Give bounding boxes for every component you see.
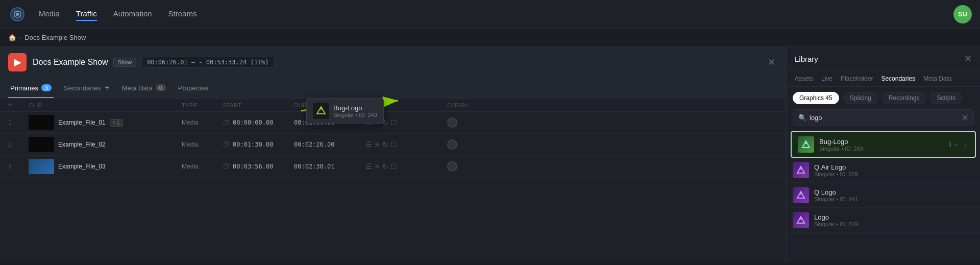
more-button[interactable]: ⋮ (962, 140, 969, 149)
nav-streams[interactable]: Streams (168, 7, 197, 21)
row-1-name: Example_File_01 (58, 119, 106, 126)
tab-metadata-badge: 0 (156, 84, 166, 91)
nav-media[interactable]: Media (39, 7, 60, 21)
tooltip-popup: Bug-Logo Singular • ID: 249 (306, 98, 384, 124)
tab-properties-label: Properties (178, 84, 208, 92)
table-header: # CLIP TYPE START DURATION FLAGS CLEAN (0, 99, 786, 112)
flag-box-icon[interactable]: ☐ (390, 118, 397, 127)
tab-metadata[interactable]: Meta Data 0 (120, 79, 168, 98)
row-3-flags: ☰ ✳ ↻ ☐ (365, 162, 447, 171)
svg-point-13 (800, 218, 802, 220)
flag-star-icon[interactable]: ✳ (374, 162, 380, 171)
flag-list-icon[interactable]: ☰ (365, 162, 372, 171)
table-row[interactable]: 2 Example_File_02 Media ⏱ 00:01:30.00 00… (0, 134, 786, 156)
tooltip-info: Bug-Logo Singular • ID: 249 (333, 104, 377, 118)
row-3-start: ⏱ 00:03:56.00 (223, 162, 294, 171)
flag-box-icon[interactable]: ☐ (390, 140, 397, 149)
row-3-clean-toggle[interactable] (447, 161, 457, 172)
svg-marker-12 (797, 216, 804, 223)
home-icon[interactable]: 🏠 (8, 34, 16, 41)
add-button[interactable]: + (954, 140, 959, 149)
table-row[interactable]: 1 Example_File_01 ≡ 1 Media ⏱ 00:00:00.0… (0, 112, 786, 134)
row-2-clean-toggle[interactable] (447, 139, 457, 150)
tooltip-sub: Singular • ID: 249 (333, 112, 377, 118)
lib-item-qair-logo-icon (793, 162, 809, 178)
nav-traffic[interactable]: Traffic (76, 7, 97, 21)
svg-marker-6 (802, 141, 810, 148)
lib-nav-secondaries[interactable]: Secondaries (881, 75, 915, 82)
panel-header: ▶ Docs Example Show Show 00:06:26.01 — -… (0, 47, 786, 78)
time-info: 00:06:26.01 — - 00:53:33.24 (11%) (141, 57, 274, 68)
search-input[interactable] (810, 114, 959, 122)
nav-automation[interactable]: Automation (113, 7, 152, 21)
lib-item-qair-logo[interactable]: Q.Air Logo Singular • ID: 229 (787, 158, 980, 183)
breadcrumb-separator: › (19, 34, 21, 41)
flag-loop-icon[interactable]: ↻ (382, 162, 388, 171)
flag-loop-icon[interactable]: ↻ (382, 140, 388, 149)
tab-metadata-label: Meta Data (122, 84, 153, 92)
lib-nav-live[interactable]: Live (821, 75, 832, 82)
show-badge[interactable]: Show (113, 58, 137, 67)
clock-icon: ⏱ (223, 162, 230, 171)
clip-table: # CLIP TYPE START DURATION FLAGS CLEAN 1… (0, 99, 786, 262)
col-start: START (223, 102, 294, 108)
library-title: Library (795, 55, 818, 63)
row-2-duration: 00:02:26.00 (294, 141, 365, 148)
top-nav: Media Traffic Automation Streams SU (0, 0, 980, 29)
row-1-clean-toggle[interactable] (447, 117, 457, 128)
library-close-button[interactable]: ✕ (964, 53, 972, 64)
tab-primaries[interactable]: Primaries 3 (8, 79, 54, 98)
row-2-num: 2 (8, 141, 29, 148)
lib-item-qair-logo-sub: Singular • ID: 229 (814, 171, 974, 177)
playlist-panel: ▶ Docs Example Show Show 00:06:26.01 — -… (0, 47, 786, 262)
tab-properties[interactable]: Properties (176, 79, 210, 98)
show-icon: ▶ (8, 53, 27, 71)
filter-scripts[interactable]: Scripts (930, 92, 962, 104)
row-1-start: ⏱ 00:00:00.00 (223, 118, 294, 127)
filter-recordings[interactable]: Recordings (882, 92, 926, 104)
row-3-duration: 00:02:30.01 (294, 163, 365, 170)
svg-point-7 (805, 142, 807, 144)
lib-item-qair-logo-info: Q.Air Logo Singular • ID: 229 (814, 163, 974, 177)
filter-splicing[interactable]: Splicing (843, 92, 878, 104)
tab-secondaries-add[interactable]: + (105, 83, 109, 92)
lib-item-bug-logo-actions: ℹ + ⋮ (949, 140, 969, 149)
lib-nav-assets[interactable]: Assets (795, 75, 813, 82)
tab-secondaries[interactable]: Secondaries + (62, 78, 112, 99)
lib-item-logo[interactable]: Logo Singular • ID: 829 (787, 208, 980, 233)
lib-search[interactable]: 🔍 ✕ (793, 109, 974, 126)
info-button[interactable]: ℹ (949, 140, 951, 149)
flag-star-icon[interactable]: ✳ (374, 140, 380, 149)
flag-box-icon[interactable]: ☐ (390, 162, 397, 171)
lib-nav-placeholder[interactable]: Placeholder (841, 75, 873, 82)
clock-icon: ⏱ (223, 140, 230, 149)
row-2-start: ⏱ 00:01:30.00 (223, 140, 294, 149)
app-logo[interactable] (8, 5, 27, 23)
library-header: Library ✕ (787, 47, 980, 71)
lib-item-bug-logo-name: Bug-Logo (819, 138, 944, 146)
nav-items: Media Traffic Automation Streams (39, 7, 953, 21)
lib-nav-metadata[interactable]: Meta Data (923, 75, 951, 82)
lib-item-q-logo-info: Q Logo Singular • ID: 941 (814, 188, 974, 202)
filter-graphics[interactable]: Graphics 45 (793, 92, 839, 104)
row-3-clean (447, 161, 498, 172)
row-3-clip: Example_File_03 (29, 159, 182, 174)
row-2-flags: ☰ ✳ ↻ ☐ (365, 140, 447, 149)
tab-secondaries-label: Secondaries (64, 84, 101, 92)
col-type: TYPE (182, 102, 223, 108)
flag-list-icon[interactable]: ☰ (365, 140, 372, 149)
panel-title: Docs Example Show (33, 58, 108, 67)
svg-marker-10 (797, 191, 804, 198)
search-clear-button[interactable]: ✕ (962, 113, 968, 123)
lib-item-bug-logo[interactable]: Bug-Logo Singular • ID: 249 ℹ + ⋮ (791, 131, 976, 158)
search-icon: 🔍 (798, 114, 806, 122)
table-row[interactable]: 3 Example_File_03 Media ⏱ 00:03:56.00 00… (0, 156, 786, 178)
panel-title-area: Docs Example Show Show 00:06:26.01 — - 0… (33, 57, 759, 68)
breadcrumb-label: Docs Example Show (24, 34, 86, 41)
panel-close-button[interactable]: ✕ (765, 56, 777, 68)
lib-item-q-logo[interactable]: Q Logo Singular • ID: 941 (787, 183, 980, 208)
lib-item-bug-logo-info: Bug-Logo Singular • ID: 249 (819, 138, 944, 152)
svg-marker-8 (797, 166, 804, 173)
row-3-num: 3 (8, 163, 29, 170)
user-avatar[interactable]: SU (953, 5, 972, 23)
